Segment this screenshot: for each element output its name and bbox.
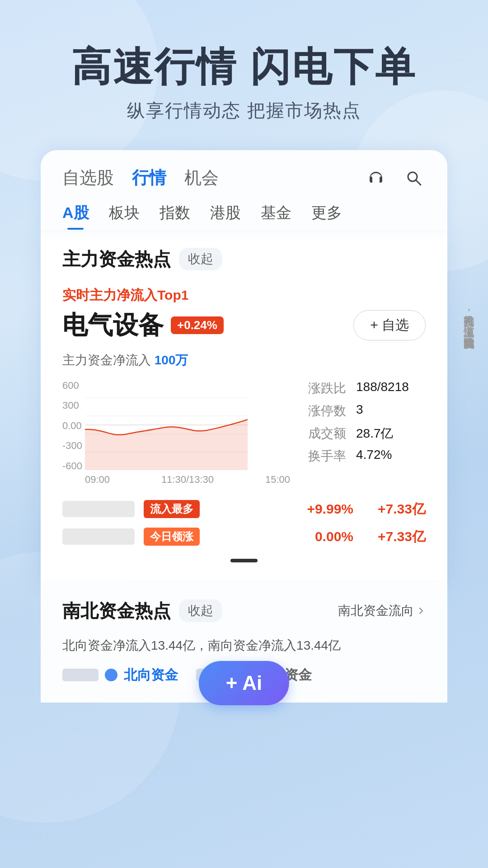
- chart-stats-row: 600 300 0.00 -300 -600: [62, 380, 426, 486]
- nav-tab-market[interactable]: 行情: [132, 166, 166, 189]
- headline-area: 高速行情 闪电下单 纵享行情动态 把握市场热点: [71, 0, 417, 123]
- nav-tab-watchlist[interactable]: 自选股: [62, 166, 114, 189]
- dot-active: [230, 559, 258, 562]
- amount-value-1: +7.33亿: [362, 528, 426, 546]
- svg-line-1: [416, 180, 421, 185]
- main-card: 主力资金热点 收起 实时主力净流入Top1 电气设备 +0.24% + 自选 主…: [41, 229, 447, 580]
- fund-thumbnail-0: [62, 669, 99, 681]
- y-label-m300: -300: [62, 440, 82, 452]
- fund-name-0: 北向资金: [124, 666, 178, 684]
- stock-list: 流入最多 +9.99% +7.33亿 今日领涨 0.00% +7.33亿: [62, 500, 426, 546]
- pagination-dots: [62, 559, 426, 562]
- flow-subtitle: 主力资金净流入 100万: [62, 352, 426, 369]
- sub-tab-more[interactable]: 更多: [311, 203, 342, 230]
- stat-row-2: 成交额 28.7亿: [308, 425, 426, 442]
- stock-badge: +0.24%: [171, 316, 224, 334]
- stat-row-1: 涨停数 3: [308, 402, 426, 420]
- stock-name-area: 电气设备 +0.24%: [62, 308, 224, 343]
- stock-list-row-1[interactable]: 今日领涨 0.00% +7.33亿: [62, 528, 426, 546]
- search-icon-btn[interactable]: [402, 166, 426, 190]
- stock-list-row-0[interactable]: 流入最多 +9.99% +7.33亿: [62, 500, 426, 519]
- flow-info-text: 北向资金净流入13.44亿，南向资金净流入13.44亿: [62, 636, 426, 655]
- mockup-container: 自选股 行情 机会: [41, 150, 447, 703]
- x-label-open: 09:00: [85, 474, 110, 486]
- stat-label-3: 换手率: [308, 448, 349, 465]
- headphone-icon-btn[interactable]: [364, 166, 388, 190]
- ai-btn-area: + Ai: [199, 661, 289, 705]
- chart-svg: [85, 380, 248, 470]
- stat-label-1: 涨停数: [308, 402, 349, 420]
- x-label-mid: 11:30/13:30: [161, 474, 214, 486]
- pct-value-0: +9.99%: [307, 501, 353, 517]
- chart-x-labels: 09:00 11:30/13:30 15:00: [85, 474, 290, 486]
- nav-tab-opportunity[interactable]: 机会: [184, 166, 219, 189]
- nav-top-row: 自选股 行情 机会: [62, 166, 426, 190]
- sub-tabs: A股 板块 指数 港股 基金 更多: [62, 203, 426, 230]
- nav-icons: [364, 166, 426, 190]
- y-label-0: 0.00: [62, 420, 82, 432]
- stock-main-row: 电气设备 +0.24% + 自选: [62, 308, 426, 343]
- pct-value-1: 0.00%: [315, 529, 353, 544]
- chart-svg-wrap: [85, 380, 290, 472]
- fund-item-0[interactable]: 北向资金: [62, 666, 178, 684]
- blur-name-0: [62, 501, 135, 517]
- sub-tab-fund[interactable]: 基金: [261, 203, 291, 230]
- stats-area: 涨跌比 188/8218 涨停数 3 成交额 28.7亿 换手率 4.72%: [308, 380, 426, 465]
- stat-value-1: 3: [356, 402, 363, 420]
- headline-sub: 纵享行情动态 把握市场热点: [71, 98, 417, 123]
- blur-name-1: [62, 528, 135, 545]
- x-label-close: 15:00: [265, 474, 290, 486]
- section2-link[interactable]: 南北资金流向: [338, 602, 426, 619]
- red-label: 实时主力净流入Top1: [62, 286, 426, 305]
- stat-label-2: 成交额: [308, 425, 349, 442]
- section1-header: 主力资金热点 收起: [62, 247, 426, 272]
- section2-header: 南北资金热点 收起 南北资金流向: [62, 599, 426, 623]
- stat-value-2: 28.7亿: [356, 425, 394, 442]
- headline-main: 高速行情 闪电下单: [71, 45, 417, 89]
- section1-title: 主力资金热点: [62, 247, 171, 272]
- stat-label-0: 涨跌比: [308, 380, 349, 397]
- flow-subtitle-pre: 主力资金净流入: [62, 353, 151, 367]
- section2-link-text: 南北资金流向: [338, 602, 414, 619]
- section2-collapse-btn[interactable]: 收起: [179, 599, 222, 622]
- y-label-600: 600: [62, 380, 82, 392]
- flow-amount: 100万: [155, 353, 188, 367]
- sub-tab-index[interactable]: 指数: [160, 203, 190, 230]
- ai-button[interactable]: + Ai: [199, 661, 289, 705]
- chart-area: 600 300 0.00 -300 -600: [62, 380, 290, 486]
- y-label-m600: -600: [62, 460, 82, 472]
- tag-badge-0: 流入最多: [144, 500, 200, 518]
- stat-value-0: 188/8218: [356, 380, 409, 397]
- tag-badge-1: 今日领涨: [144, 528, 200, 546]
- chart-y-labels: 600 300 0.00 -300 -600: [62, 380, 82, 472]
- amount-value-0: +7.33亿: [362, 500, 426, 519]
- stat-value-3: 4.72%: [356, 448, 392, 465]
- stock-name: 电气设备: [62, 308, 164, 343]
- section2-title: 南北资金热点: [62, 599, 171, 623]
- sub-tab-sector[interactable]: 板块: [109, 203, 140, 230]
- side-warning: 投资有风险，应谨慎至上。具体功能请以实际上线为准: [460, 307, 479, 329]
- section2-left: 南北资金热点 收起: [62, 599, 222, 623]
- fund-dot-blue-icon: [105, 669, 117, 681]
- section1-collapse-btn[interactable]: 收起: [179, 248, 222, 270]
- chevron-right-icon: [417, 606, 426, 615]
- stat-row-0: 涨跌比 188/8218: [308, 380, 426, 397]
- page-container: 高速行情 闪电下单 纵享行情动态 把握市场热点 投资有风险，应谨慎至上。具体功能…: [0, 0, 488, 868]
- y-label-300: 300: [62, 400, 82, 411]
- nav-card: 自选股 行情 机会: [41, 150, 447, 230]
- sub-tab-a-shares[interactable]: A股: [62, 203, 89, 230]
- add-to-watchlist-btn[interactable]: + 自选: [353, 310, 426, 340]
- sub-tab-hk[interactable]: 港股: [210, 203, 241, 230]
- stat-row-3: 换手率 4.72%: [308, 448, 426, 465]
